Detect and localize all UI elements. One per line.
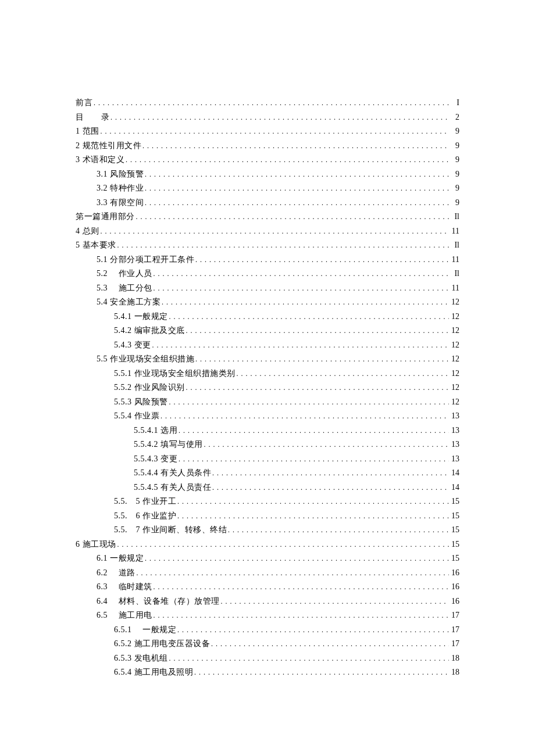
toc-entry-page: 9 (449, 153, 459, 167)
toc-leader-dots (185, 381, 450, 395)
toc-entry: 3.3 有限空间9 (76, 196, 459, 210)
toc-leader-dots (194, 253, 449, 267)
toc-entry-label: 6.5.4 施工用电及照明 (114, 665, 193, 679)
toc-entry: 3.1 风险预警9 (76, 167, 459, 182)
toc-entry: 6.4 材料、设备堆（存）放管理16 (76, 594, 459, 609)
toc-leader-dots (116, 238, 450, 253)
toc-leader-dots (135, 566, 450, 581)
toc-entry-label: 第一篇通用部分 (76, 210, 135, 224)
toc-entry-page: Il (449, 267, 459, 281)
toc-entry-page: Il (449, 210, 459, 224)
toc-leader-dots (168, 310, 450, 324)
toc-entry-label: 6.5.1 一般规定 (114, 623, 176, 637)
toc-leader-dots (144, 181, 449, 196)
toc-entry: 3 术语和定义9 (76, 153, 459, 167)
toc-leader-dots (151, 338, 450, 353)
toc-entry-page: 2 (449, 110, 459, 124)
toc-leader-dots (193, 665, 449, 680)
toc-entry-page: 13 (449, 438, 459, 452)
toc-entry-label: 5.5.4.3 变更 (134, 452, 177, 466)
toc-entry: 1 范围9 (76, 124, 459, 139)
toc-entry-label: 6.5.3 发电机组 (114, 651, 168, 665)
toc-entry-label: 5.4.1 一般规定 (114, 310, 168, 324)
toc-leader-dots (210, 637, 449, 651)
toc-entry-label: 5.4.3 变更 (114, 338, 151, 352)
toc-entry-page: 11 (449, 281, 459, 295)
toc-entry-label: 5.5.2 作业风险识别 (114, 381, 185, 395)
toc-entry-page: Il (449, 238, 459, 252)
toc-entry-label: 5.2 作业人员 (97, 267, 152, 281)
toc-leader-dots (116, 538, 450, 552)
toc-leader-dots (144, 551, 449, 566)
toc-entry-label: 3.3 有限空间 (97, 196, 144, 210)
toc-entry-label: 4 总则 (76, 224, 99, 238)
toc-entry: 5.5.4 作业票13 (76, 409, 459, 424)
toc-entry-page: 12 (449, 295, 459, 309)
toc-leader-dots (152, 580, 450, 594)
toc-entry: 6.1 一般规定15 (76, 551, 459, 566)
toc-entry-label: 5.5 作业现场安全组织措施 (97, 352, 194, 366)
toc-entry-page: 17 (449, 637, 459, 651)
toc-entry: 5.2 作业人员Il (76, 267, 459, 281)
toc-entry: 5.4 安全施工方案12 (76, 295, 459, 310)
toc-entry-page: 16 (449, 580, 459, 594)
toc-entry: 5.5.3 风险预警12 (76, 395, 459, 410)
toc-entry: 5.5. 7 作业间断、转移、终结15 (76, 523, 459, 538)
toc-entry-label: 3.2 特种作业 (97, 181, 144, 195)
toc-entry-label: 5.5. 7 作业间断、转移、终结 (114, 523, 227, 537)
toc-entry: 5.5.4.5 有关人员责任14 (76, 481, 459, 495)
toc-entry: 5.5. 6 作业监护15 (76, 509, 459, 524)
toc-entry: 6 施工现场15 (76, 538, 459, 552)
toc-entry-label: 前言 (76, 96, 92, 110)
toc-entry-page: 18 (449, 665, 459, 679)
toc-leader-dots (176, 623, 449, 637)
toc-entry-label: 5.5.4.2 填写与使用 (134, 438, 203, 452)
toc-entry: 5.5 作业现场安全组织措施12 (76, 352, 459, 367)
toc-entry-label: 1 范围 (76, 124, 99, 138)
toc-entry: 6.5.2 施工用电变压器设备17 (76, 637, 459, 651)
toc-leader-dots (203, 438, 450, 452)
toc-leader-dots (159, 409, 449, 424)
toc-entry: 6.2 道路16 (76, 566, 459, 581)
toc-leader-dots (160, 295, 449, 310)
toc-leader-dots (194, 352, 449, 367)
toc-entry: 5.5.1 作业现场安全组织措施类别12 (76, 367, 459, 381)
toc-entry-page: 15 (449, 538, 459, 551)
toc-entry-page: 9 (449, 196, 459, 210)
toc-leader-dots (185, 324, 450, 338)
toc-entry-label: 5.5. 6 作业监护 (114, 509, 176, 523)
toc-entry-label: 5.5.4.5 有关人员责任 (134, 481, 211, 495)
toc-entry-page: 11 (449, 253, 459, 267)
toc-entry: 5.5.4.1 选用13 (76, 424, 459, 438)
toc-entry-page: 18 (449, 651, 459, 665)
toc-leader-dots (152, 608, 450, 623)
toc-entry-label: 5.5.4.1 选用 (134, 424, 177, 438)
toc-entry-page: 16 (449, 566, 459, 580)
toc-entry-label: 6.5.2 施工用电变压器设备 (114, 637, 210, 651)
toc-leader-dots (168, 651, 450, 666)
toc-leader-dots (176, 509, 449, 524)
toc-leader-dots (99, 124, 450, 139)
toc-entry-page: 9 (449, 124, 459, 138)
toc-entry: 2 规范性引用文件9 (76, 139, 459, 153)
toc-entry-page: 12 (449, 338, 459, 352)
toc-entry-page: 12 (449, 367, 459, 381)
toc-leader-dots (211, 481, 449, 495)
toc-entry-label: 5.3 施工分包 (97, 281, 152, 295)
toc-entry-page: 16 (449, 594, 459, 608)
toc-entry-page: 13 (449, 424, 459, 438)
toc-entry-label: 5.4 安全施工方案 (97, 295, 160, 309)
toc-leader-dots (152, 281, 450, 296)
toc-entry-label: 6 施工现场 (76, 538, 116, 551)
toc-entry: 6.5.4 施工用电及照明18 (76, 665, 459, 680)
toc-entry: 3.2 特种作业9 (76, 181, 459, 196)
toc-entry-page: 9 (449, 181, 459, 195)
toc-entry: 5 基本要求Il (76, 238, 459, 253)
document-page: 前言I目 录21 范围92 规范性引用文件93 术语和定义93.1 风险预警93… (0, 0, 535, 756)
toc-entry: 5.4.3 变更12 (76, 338, 459, 353)
toc-entry: 前言I (76, 96, 459, 110)
toc-entry-label: 5.5.4 作业票 (114, 409, 159, 423)
toc-entry-page: 17 (449, 608, 459, 622)
toc-entry: 4 总则11 (76, 224, 459, 239)
toc-entry-page: 17 (449, 623, 459, 637)
